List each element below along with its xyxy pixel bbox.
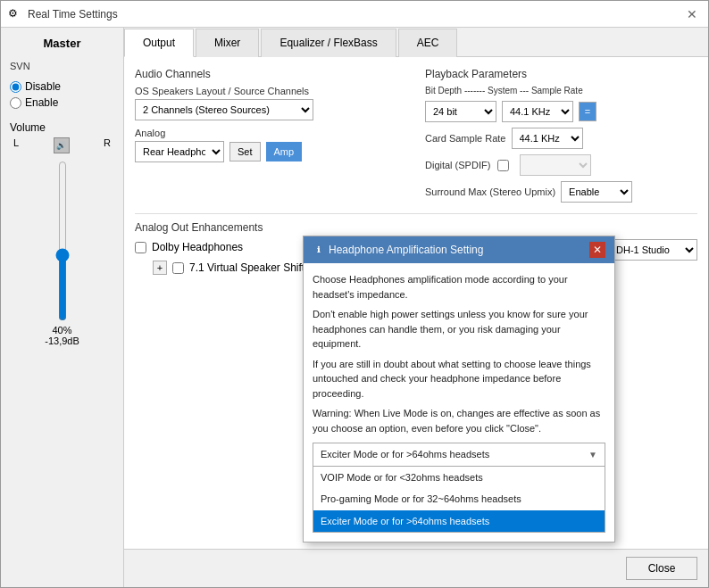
modal-title-bar: ℹ Headphone Amplification Setting ✕	[304, 236, 614, 263]
tab-output[interactable]: Output	[124, 29, 194, 57]
modal-body-p2: Don't enable high power settings unless …	[313, 307, 605, 352]
svn-label: SVN	[10, 61, 114, 71]
main-window: ⚙ Real Time Settings ✕ Master SVN Disabl…	[0, 0, 709, 588]
tab-mixer[interactable]: Mixer	[196, 29, 259, 57]
svn-radio-group: Disable Enable	[10, 80, 114, 109]
volume-label: Volume	[10, 121, 114, 134]
r-label: R	[104, 137, 111, 153]
title-bar-left: ⚙ Real Time Settings	[8, 7, 118, 21]
digital-label: Digital (SPDIF)	[425, 160, 490, 170]
os-layout-label: OS Speakers Layout / Source Channels	[135, 86, 407, 96]
modal-title: Headphone Amplification Setting	[329, 244, 483, 256]
modal-body: Choose Headphones amplification mode acc…	[304, 263, 614, 542]
disable-radio[interactable]	[10, 81, 21, 93]
modal-dropdown-header[interactable]: Exciter Mode or for >64ohms headsets ▼	[313, 443, 605, 467]
audio-channels-title: Audio Channels	[135, 68, 407, 80]
dolby-room-select[interactable]: DH-1 Studio	[608, 239, 697, 261]
surround-row: Surround Max (Stereo Upmix) Enable	[425, 181, 697, 203]
modal-dropdown-options: VOIP Mode or for <32ohms headsets Pro-ga…	[313, 467, 605, 534]
enhancements-title: Analog Out Enhancements	[135, 221, 697, 234]
modal-option-3[interactable]: Exciter Mode or for >64ohms headsets	[313, 510, 605, 533]
analog-label: Analog	[135, 128, 407, 138]
volume-percent: 40%	[10, 325, 114, 335]
window-close-button[interactable]: ✕	[683, 5, 701, 23]
app-icon: ⚙	[8, 7, 22, 21]
bit-depth-label: Bit Depth ------- System --- Sample Rate	[425, 86, 583, 95]
enable-label: Enable	[25, 96, 58, 109]
card-sample-rate-label: Card Sample Rate	[425, 133, 506, 144]
set-button[interactable]: Set	[229, 142, 261, 161]
tab-content-output: Audio Channels OS Speakers Layout / Sour…	[124, 57, 708, 549]
right-panel: Output Mixer Equalizer / FlexBass AEC Au…	[124, 28, 708, 587]
disable-radio-label[interactable]: Disable	[10, 80, 114, 93]
bit-depth-select[interactable]: 24 bit	[425, 101, 496, 122]
disable-label: Disable	[25, 80, 61, 93]
modal-body-p1: Choose Headphones amplification mode acc…	[313, 272, 605, 302]
modal-option-1[interactable]: VOIP Mode or for <32ohms headsets	[313, 467, 605, 489]
modal-selected-option: Exciter Mode or for >64ohms headsets	[321, 447, 489, 462]
tab-bar: Output Mixer Equalizer / FlexBass AEC	[124, 28, 708, 57]
dolby-label: Dolby Headphones	[152, 241, 243, 253]
sample-rate-row: 24 bit 44.1 KHz =	[425, 101, 697, 122]
bit-depth-row: Bit Depth ------- System --- Sample Rate	[425, 86, 697, 95]
analog-section: Analog Rear Headphones Set Amp	[135, 128, 407, 162]
card-sample-rate-row: Card Sample Rate 44.1 KHz	[425, 128, 697, 149]
modal-title-left: ℹ Headphone Amplification Setting	[313, 244, 483, 256]
modal-option-2[interactable]: Pro-gaming Mode or for 32~64ohms headset…	[313, 488, 605, 510]
dolby-checkbox[interactable]	[135, 242, 146, 253]
close-button[interactable]: Close	[626, 557, 697, 580]
volume-icon: 🔊	[54, 137, 70, 153]
window-title: Real Time Settings	[28, 8, 118, 21]
os-layout-select[interactable]: 2 Channels (Stereo Sources)	[135, 99, 313, 120]
os-layout-row: 2 Channels (Stereo Sources)	[135, 99, 407, 120]
playback-title: Playback Parameters	[425, 68, 697, 80]
modal-close-button[interactable]: ✕	[589, 242, 605, 258]
volume-slider[interactable]	[54, 161, 71, 321]
virtual-speaker-expand-button[interactable]: +	[153, 261, 167, 275]
surround-select[interactable]: Enable	[561, 181, 632, 203]
analog-row: Rear Headphones Set Amp	[135, 141, 407, 162]
sidebar-title: Master	[10, 37, 114, 50]
equals-button[interactable]: =	[579, 102, 596, 121]
two-col-layout: Audio Channels OS Speakers Layout / Sour…	[135, 68, 697, 208]
sample-rate-select[interactable]: 44.1 KHz	[502, 101, 573, 122]
virtual-speaker-label: 7.1 Virtual Speaker Shifter	[189, 261, 314, 274]
digital-checkbox[interactable]	[497, 160, 509, 171]
l-label: L	[13, 137, 19, 153]
tab-equalizer[interactable]: Equalizer / FlexBass	[261, 29, 396, 57]
virtual-speaker-checkbox[interactable]	[172, 262, 184, 274]
volume-values: 40% -13,9dB	[10, 325, 114, 346]
modal-dropdown: Exciter Mode or for >64ohms headsets ▼ V…	[313, 443, 605, 533]
card-sample-rate-select[interactable]: 44.1 KHz	[512, 128, 583, 149]
modal-icon: ℹ	[313, 244, 323, 255]
sidebar: Master SVN Disable Enable Volume L 🔊 R	[1, 28, 124, 587]
headphone-amp-modal: ℹ Headphone Amplification Setting ✕ Choo…	[303, 236, 615, 542]
amp-button[interactable]: Amp	[266, 142, 303, 161]
bottom-bar: Close	[124, 549, 708, 587]
left-col: Audio Channels OS Speakers Layout / Sour…	[135, 68, 407, 208]
right-col: Playback Parameters Bit Depth ------- Sy…	[425, 68, 697, 208]
chevron-down-icon: ▼	[588, 448, 597, 461]
analog-select[interactable]: Rear Headphones	[135, 141, 224, 162]
dolby-checkbox-row: Dolby Headphones	[135, 241, 243, 253]
volume-db: -13,9dB	[10, 335, 114, 346]
digital-select[interactable]	[520, 154, 591, 176]
tab-aec[interactable]: AEC	[398, 29, 458, 57]
main-content: Master SVN Disable Enable Volume L 🔊 R	[1, 28, 708, 587]
enable-radio[interactable]	[10, 97, 21, 109]
title-bar: ⚙ Real Time Settings ✕	[1, 1, 708, 28]
digital-row: Digital (SPDIF)	[425, 154, 697, 176]
enable-radio-label[interactable]: Enable	[10, 96, 114, 109]
modal-body-p3: If you are still in doubt about what set…	[313, 357, 605, 402]
lr-labels: L 🔊 R	[10, 137, 114, 153]
volume-section: Volume L 🔊 R 40% -13,9dB	[10, 121, 114, 346]
modal-body-p4: Warning: When Live Mode is on, changes a…	[313, 406, 605, 435]
surround-label: Surround Max (Stereo Upmix)	[425, 186, 555, 197]
